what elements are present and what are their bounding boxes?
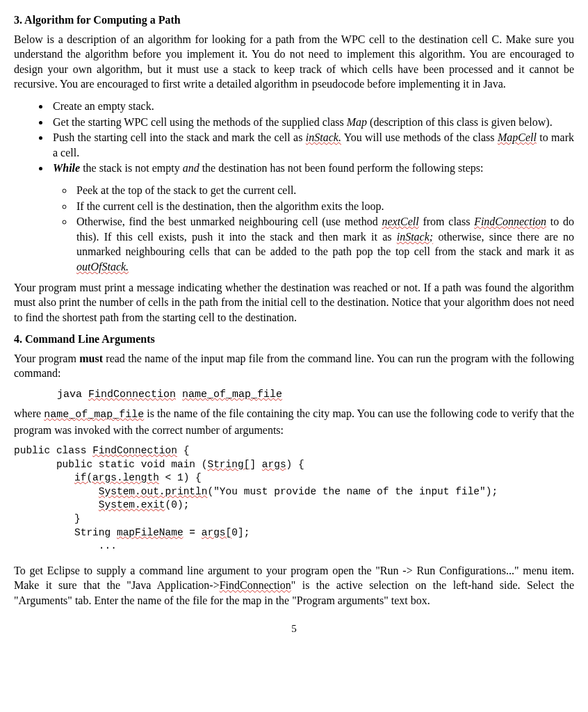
section4-para1: Your program must read the name of the i… xyxy=(14,351,574,381)
code xyxy=(14,472,74,483)
text: from class xyxy=(419,216,474,227)
section3-closing: Your program must print a message indica… xyxy=(14,280,574,325)
code-args: args xyxy=(262,459,286,470)
class-findconnection: FindConnection xyxy=(474,216,546,227)
text: Get the starting WPC cell using the meth… xyxy=(53,116,347,128)
code: } xyxy=(14,513,81,524)
code-var: mapFileName xyxy=(117,527,183,538)
code: (0); xyxy=(165,499,190,510)
code: 0]; xyxy=(231,527,250,538)
section4-para3: To get Eclipse to supply a command line … xyxy=(14,563,574,608)
bullet-get-wpc: Get the starting WPC cell using the meth… xyxy=(50,115,574,130)
code-if: if(args.length xyxy=(74,472,159,483)
menu-findconnection: FindConnection xyxy=(220,579,291,591)
code-println: System.out.println xyxy=(99,486,208,497)
code: String xyxy=(14,527,117,538)
emphasis-must: must xyxy=(79,353,103,364)
code: = xyxy=(183,527,202,538)
code xyxy=(14,486,99,497)
section3-heading: 3. Algorithm for Computing a Path xyxy=(14,13,574,28)
inner-peek: Peek at the top of the stack to get the … xyxy=(74,183,574,198)
keyword-while: While xyxy=(53,162,80,174)
code-classname: FindConnection xyxy=(92,445,177,456)
cmd-findconnection: FindConnection xyxy=(88,389,176,400)
section3-inner-list: Peek at the top of the stack to get the … xyxy=(14,183,574,275)
inner-destination: If the current cell is the destination, … xyxy=(74,199,574,214)
term-instack: inStack. xyxy=(306,131,341,143)
section4-heading: 4. Command Line Arguments xyxy=(14,332,574,347)
text: the stack is not empty xyxy=(80,162,183,174)
code: ) { xyxy=(286,459,304,470)
text: (description of this class is given belo… xyxy=(367,116,553,128)
code: ... xyxy=(14,540,117,551)
text: You will use methods of the class xyxy=(341,131,498,143)
method-nextcell: nextCell xyxy=(382,216,418,227)
bullet-create-stack: Create an empty stack. xyxy=(50,99,574,114)
code-exit: System.exit xyxy=(99,499,165,510)
bullet-while: While the stack is not empty and the des… xyxy=(50,161,574,176)
text: Otherwise, find the best unmarked neighb… xyxy=(76,216,382,227)
term-instack: inStack; xyxy=(397,231,433,243)
code: ("You must provide the name of the input… xyxy=(207,486,498,497)
section3-intro: Below is a description of an algorithm f… xyxy=(14,32,574,92)
text: where xyxy=(14,407,44,419)
keyword-and: and xyxy=(183,162,199,174)
text: Your program xyxy=(14,353,79,364)
code xyxy=(14,499,99,510)
code: < 1) { xyxy=(159,472,202,483)
code: public static void main ( xyxy=(14,459,207,470)
bullet-push-mark: Push the starting cell into the stack an… xyxy=(50,130,574,160)
text: Push the starting cell into the stack an… xyxy=(53,131,306,143)
code-string: String[ xyxy=(207,459,250,470)
code-snippet: public class FindConnection { public sta… xyxy=(14,444,574,553)
page-number: 5 xyxy=(14,622,574,636)
term-outofstack: outOfStack. xyxy=(76,261,129,273)
class-mapcell: MapCell xyxy=(498,131,537,143)
code: ] xyxy=(250,459,261,470)
section4-para2: where name_of_map_file is the name of th… xyxy=(14,406,574,437)
code: { xyxy=(177,445,189,456)
code: public class xyxy=(14,445,92,456)
code-argsidx: args[ xyxy=(202,527,232,538)
text xyxy=(176,389,182,400)
inner-otherwise: Otherwise, find the best unmarked neighb… xyxy=(74,214,574,274)
command-line: java FindConnection name_of_map_file xyxy=(57,388,574,402)
text: the destination has not been found perfo… xyxy=(199,162,484,174)
cmd-java: java xyxy=(57,389,88,400)
filename-placeholder: name_of_map_file xyxy=(44,409,144,421)
cmd-filename: name_of_map_file xyxy=(182,389,282,400)
section3-bullet-list: Create an empty stack. Get the starting … xyxy=(14,99,574,176)
class-map: Map xyxy=(347,116,367,128)
